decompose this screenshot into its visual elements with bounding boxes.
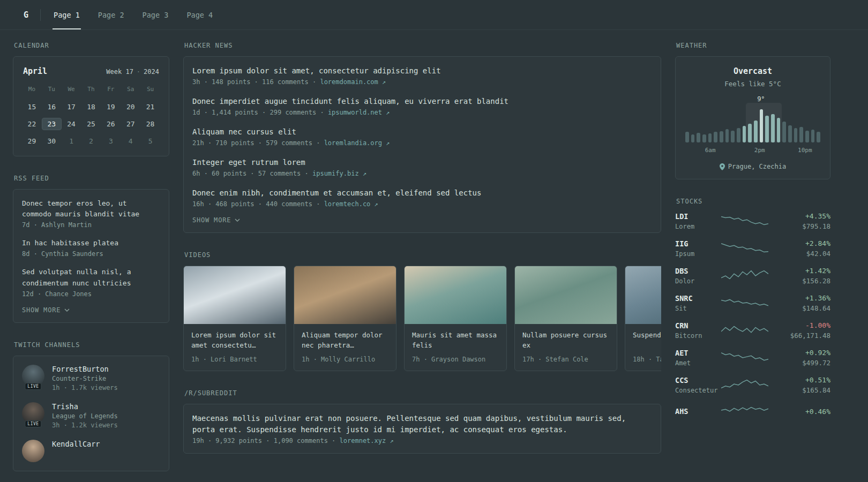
stock-row[interactable]: AHS+0.46% [675, 403, 830, 419]
rss-item-title[interactable]: Sed volutpat nulla nisl, a condimentum n… [22, 267, 160, 288]
calendar-day[interactable]: 29 [22, 135, 42, 147]
dot-separator: · [137, 68, 140, 76]
post-meta-text: 1d · 1,414 points · 299 comments · [192, 109, 328, 116]
calendar-day[interactable]: 25 [81, 118, 101, 130]
weather-bar [754, 120, 758, 142]
weather-bar [777, 118, 781, 142]
topbar-tab[interactable]: Page 2 [97, 0, 125, 29]
post-domain-link[interactable]: loremnet.xyz [340, 437, 390, 445]
calendar-day[interactable]: 15 [22, 101, 42, 113]
calendar-day[interactable]: 26 [101, 118, 121, 130]
calendar-day[interactable]: 17 [62, 101, 81, 113]
video-meta: 18h · Tara [633, 356, 661, 363]
video-title[interactable]: Nullam posuere cursus ex [522, 330, 609, 351]
video-title[interactable]: Aliquam tempor dolor nec pharetra… [302, 330, 388, 351]
video-title[interactable]: Lorem ipsum dolor sit amet consectetu… [191, 330, 278, 351]
post-domain-link[interactable]: loremtech.co [324, 200, 375, 208]
topbar-tab[interactable]: Page 3 [141, 0, 170, 29]
calendar-day[interactable]: 4 [121, 135, 140, 147]
video-title[interactable]: Suspendisse diam [633, 330, 661, 351]
video-thumbnail[interactable] [625, 266, 661, 324]
stock-change: -1.00% [768, 321, 830, 329]
calendar-day[interactable]: 24 [62, 118, 81, 130]
calendar-section-title: CALENDAR [14, 42, 169, 49]
video-card[interactable]: Nullam posuere cursus ex17h · Stefan Col… [514, 266, 617, 371]
weather-bar [685, 132, 689, 142]
calendar-day[interactable]: 30 [42, 135, 62, 147]
calendar-day[interactable]: 2 [81, 135, 101, 147]
post-title[interactable]: Donec enim nibh, condimentum et accumsan… [192, 187, 652, 199]
chevron-down-icon [64, 308, 70, 312]
video-thumbnail[interactable] [515, 266, 617, 324]
stock-values: +0.92%$499.72 [768, 349, 830, 367]
calendar-day[interactable]: 27 [121, 118, 140, 130]
rss-item-title[interactable]: In hac habitasse platea [22, 238, 160, 248]
calendar-day[interactable]: 1 [62, 135, 81, 147]
stock-symbol: CRN [675, 321, 721, 330]
video-title[interactable]: Mauris sit amet massa felis [412, 330, 499, 351]
twitch-channel-row[interactable]: KendallCarr [22, 440, 160, 462]
channel-name[interactable]: Trisha [52, 402, 118, 411]
stock-row[interactable]: LDILorem+4.35%$795.18 [675, 212, 830, 230]
post-title[interactable]: Donec imperdiet augue tincidunt felis al… [192, 96, 652, 107]
twitch-channel-row[interactable]: LIVETrishaLeague of Legends3h · 1.2k vie… [22, 402, 160, 429]
calendar-day[interactable]: 3 [101, 135, 121, 147]
calendar-day-header: Tu [42, 84, 62, 96]
videos-row: Lorem ipsum dolor sit amet consectetu…1h… [183, 266, 661, 371]
calendar-day[interactable]: 19 [101, 101, 121, 113]
stock-sparkline [721, 322, 768, 338]
post-title[interactable]: Lorem ipsum dolor sit amet, consectetur … [192, 65, 652, 77]
video-card[interactable]: Aliquam tempor dolor nec pharetra…1h · M… [294, 266, 396, 371]
channel-meta: 1h · 1.7k viewers [52, 384, 118, 391]
post-title[interactable]: Aliquam nec cursus elit [192, 126, 652, 138]
calendar-day[interactable]: 21 [140, 101, 160, 113]
calendar-card: April Week 17 · 2024 MoTuWeThFrSaSu15161… [13, 56, 169, 156]
stock-symbol: IIG [675, 239, 721, 248]
stock-change: +4.35% [768, 212, 830, 220]
channel-name[interactable]: ForrestBurton [52, 365, 118, 373]
channel-name[interactable]: KendallCarr [52, 440, 100, 448]
calendar-day[interactable]: 23 [42, 118, 62, 130]
stock-row[interactable]: CCSConsectetur+0.51%$165.84 [675, 376, 830, 394]
show-more-button[interactable]: SHOW MORE [22, 306, 160, 314]
weather-chart: 9° [684, 95, 821, 142]
external-link-icon: ↗ [390, 437, 393, 445]
stocks-section-title: STOCKS [676, 198, 830, 205]
video-thumbnail[interactable] [294, 266, 396, 324]
post-title[interactable]: Maecenas mollis pulvinar erat non posuer… [192, 413, 652, 435]
topbar-tab[interactable]: Page 1 [53, 0, 81, 29]
post-title[interactable]: Integer eget rutrum lorem [192, 157, 652, 168]
stock-row[interactable]: SNRCSit+1.36%$148.64 [675, 294, 830, 312]
post-domain-link[interactable]: ipsumify.biz [312, 170, 363, 177]
video-thumbnail[interactable] [184, 266, 286, 324]
calendar-day[interactable]: 16 [42, 101, 62, 113]
twitch-channel-row[interactable]: LIVEForrestBurtonCounter-Strike1h · 1.7k… [22, 365, 160, 391]
calendar-day[interactable]: 5 [140, 135, 160, 147]
show-more-label: SHOW MORE [22, 306, 61, 314]
video-thumbnail[interactable] [405, 266, 506, 324]
video-card[interactable]: Suspendisse diam18h · Tara [625, 266, 661, 371]
stock-row[interactable]: AETAmet+0.92%$499.72 [675, 349, 830, 367]
video-card[interactable]: Lorem ipsum dolor sit amet consectetu…1h… [183, 266, 286, 371]
stock-row[interactable]: CRNBitcorn-1.00%$66,171.48 [675, 321, 830, 340]
videos-section: VIDEOS Lorem ipsum dolor sit amet consec… [183, 251, 661, 371]
calendar-day[interactable]: 20 [121, 101, 140, 113]
post-domain-link[interactable]: ipsumworld.net [328, 109, 386, 116]
post-domain-link[interactable]: loremlandia.org [324, 139, 386, 147]
calendar-day[interactable]: 28 [140, 118, 160, 130]
calendar-day[interactable]: 18 [81, 101, 101, 113]
stock-row[interactable]: DBSDolor+1.42%$156.28 [675, 267, 830, 285]
calendar-day[interactable]: 22 [22, 118, 42, 130]
stock-row[interactable]: IIGIpsum+2.84%$42.04 [675, 239, 830, 258]
stock-change: +1.42% [768, 267, 830, 275]
weather-time-label: 2pm [754, 147, 765, 154]
rss-item-title[interactable]: Donec tempor eros leo, ut commodo mauris… [22, 198, 160, 220]
post-meta: 3h · 148 points · 116 comments · loremdo… [192, 78, 652, 86]
stock-name: Bitcorn [675, 332, 721, 340]
post-domain-link[interactable]: loremdomain.com [320, 78, 382, 86]
app-logo[interactable]: G [24, 10, 28, 20]
topbar-tab[interactable]: Page 4 [185, 0, 214, 29]
show-more-button[interactable]: SHOW MORE [192, 216, 652, 224]
video-card[interactable]: Mauris sit amet massa felis7h · Grayson … [404, 266, 507, 371]
subreddit-post-list: Maecenas mollis pulvinar erat non posuer… [192, 413, 652, 445]
